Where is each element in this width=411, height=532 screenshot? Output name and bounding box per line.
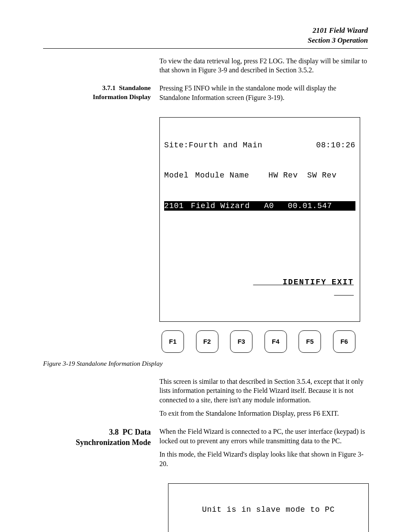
fkey-f4[interactable]: F4: [265, 330, 287, 353]
sec-38-p1: When the Field Wizard is connected to a …: [159, 427, 368, 445]
lcd1-r-sw: 00.01.547: [288, 201, 332, 211]
sec-38-block: 3.8 PC Data Synchronization Mode When th…: [43, 427, 368, 473]
after-319-block: This screen is similar to that described…: [43, 377, 368, 423]
sec-371-p1: Pressing F5 INFO while in the standalone…: [159, 84, 368, 102]
lcd1-r-name: Field Wizard: [191, 201, 264, 211]
lcd1-h-model: Model: [164, 170, 195, 180]
fkey-f1[interactable]: F1: [162, 330, 184, 353]
fig-319-caption: Figure 3-19 Standalone Information Displ…: [43, 359, 368, 368]
intro-block: To view the data retrieval log, press F2…: [43, 56, 368, 79]
fkey-f2[interactable]: F2: [196, 330, 218, 353]
figure-3-20: Unit is in slave mode to PC Keypad is lo…: [168, 483, 368, 532]
sec-371-t1: Standalone: [119, 84, 151, 91]
fkey-f3[interactable]: F3: [230, 330, 252, 353]
sec-371-block: 3.7.1 Standalone Information Display Pre…: [43, 84, 368, 106]
lcd-screen-2: Unit is in slave mode to PC Keypad is lo…: [168, 483, 369, 532]
fkey-f6[interactable]: F6: [333, 330, 355, 353]
sec-38-num: 3.8: [109, 428, 119, 436]
header-section: Section 3 Operation: [43, 36, 368, 46]
sec-38-t1: PC Data: [123, 428, 151, 436]
sec-38-t2: Synchronization Mode: [76, 438, 151, 447]
sec-371-t2: Information Display: [93, 93, 151, 100]
fkey-row-1: F1 F2 F3 F4 F5 F6: [159, 330, 358, 353]
lcd1-clock: 08:10:26: [316, 140, 355, 150]
sec-38-p2: In this mode, the Field Wizard's display…: [159, 450, 368, 468]
lcd1-h-hw: HW Rev: [268, 170, 307, 180]
lcd-screen-1: Site:Fourth and Main 08:10:26 Model Modu…: [159, 117, 360, 321]
sec-371-num: 3.7.1: [102, 84, 115, 91]
lcd1-exit: EXIT: [332, 278, 354, 286]
after319-p1: This screen is similar to that described…: [159, 377, 368, 405]
lcd1-h-module: Module Name: [195, 170, 268, 180]
after319-p2: To exit from the Standalone Information …: [159, 409, 368, 418]
figure-3-19: Site:Fourth and Main 08:10:26 Model Modu…: [159, 117, 368, 352]
page-header: 2101 Field Wizard Section 3 Operation: [43, 26, 368, 49]
lcd1-site: Site:Fourth and Main: [164, 140, 262, 150]
lcd2-line1: Unit is in slave mode to PC: [169, 506, 367, 514]
fkey-f5[interactable]: F5: [299, 330, 321, 353]
lcd1-identify: IDENTIFY: [283, 278, 327, 286]
intro-p1: To view the data retrieval log, press F2…: [159, 56, 368, 75]
lcd1-h-sw: SW Rev: [307, 170, 336, 180]
header-title: 2101 Field Wizard: [43, 26, 368, 36]
lcd1-r-hw: A0: [264, 201, 288, 211]
lcd1-r-model: 2101: [164, 201, 191, 211]
